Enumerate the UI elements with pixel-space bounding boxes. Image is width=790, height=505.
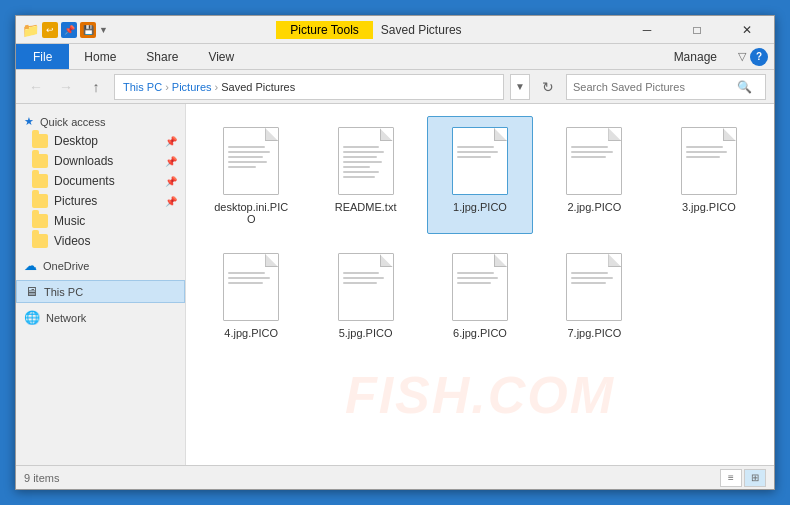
file-item[interactable]: 3.jpg.PICO	[656, 116, 762, 234]
file-item-selected[interactable]: 1.jpg.PICO	[427, 116, 533, 234]
path-chevron-2: ›	[215, 81, 219, 93]
sidebar-item-pictures[interactable]: Pictures 📌	[16, 191, 185, 211]
pin-downloads-icon: 📌	[165, 156, 177, 167]
sidebar-onedrive-item[interactable]: ☁ OneDrive	[16, 255, 185, 276]
file-line	[228, 282, 263, 284]
file-line	[228, 156, 263, 158]
search-input[interactable]	[573, 81, 733, 93]
view-list-button[interactable]: ≡	[720, 469, 742, 487]
sidebar-quick-access-header: ★ Quick access	[16, 112, 185, 131]
view-icons-button[interactable]: ⊞	[744, 469, 766, 487]
folder-icon-music	[32, 214, 48, 228]
file-line	[457, 282, 492, 284]
sidebar-thispc-section: 🖥 This PC	[16, 280, 185, 303]
file-line	[571, 277, 612, 279]
help-button[interactable]: ?	[750, 48, 768, 66]
file-line	[228, 166, 256, 168]
sidebar-network-item[interactable]: 🌐 Network	[16, 307, 185, 328]
file-item[interactable]: 2.jpg.PICO	[541, 116, 647, 234]
sidebar-item-desktop[interactable]: Desktop 📌	[16, 131, 185, 151]
pin-icon[interactable]: 📌	[61, 22, 77, 38]
search-box[interactable]: 🔍	[566, 74, 766, 100]
file-line	[571, 151, 612, 153]
file-page	[338, 127, 394, 195]
sidebar-thispc-item[interactable]: 🖥 This PC	[16, 280, 185, 303]
thispc-icon: 🖥	[25, 284, 38, 299]
ribbon-expand-area: ▽ ?	[732, 44, 774, 69]
sidebar-onedrive-section: ☁ OneDrive	[16, 255, 185, 276]
sidebar-network-section: 🌐 Network	[16, 307, 185, 328]
explorer-window: 📁 ↩ 📌 💾 ▼ Picture Tools Saved Pictures ─…	[15, 15, 775, 490]
forward-button[interactable]: →	[54, 75, 78, 99]
pin-documents-icon: 📌	[165, 176, 177, 187]
file-icon	[334, 125, 398, 197]
address-dropdown[interactable]: ▼	[510, 74, 530, 100]
path-pictures[interactable]: Pictures	[172, 81, 212, 93]
file-line	[228, 272, 265, 274]
file-item[interactable]: 6.jpg.PICO	[427, 242, 533, 348]
file-line	[228, 161, 267, 163]
file-icon	[219, 251, 283, 323]
picture-tools-tab[interactable]: Picture Tools	[276, 21, 372, 39]
close-button[interactable]: ✕	[724, 14, 770, 46]
file-line	[343, 146, 380, 148]
file-lines	[457, 272, 503, 284]
folder-icon-downloads	[32, 154, 48, 168]
file-page	[566, 253, 622, 321]
file-item[interactable]: README.txt	[312, 116, 418, 234]
file-lines	[457, 146, 503, 158]
save-icon[interactable]: 💾	[80, 22, 96, 38]
sidebar-item-downloads[interactable]: Downloads 📌	[16, 151, 185, 171]
view-buttons: ≡ ⊞	[720, 469, 766, 487]
sidebar-item-documents[interactable]: Documents 📌	[16, 171, 185, 191]
file-line	[686, 146, 723, 148]
address-path[interactable]: This PC › Pictures › Saved Pictures	[114, 74, 504, 100]
file-label: 5.jpg.PICO	[339, 327, 393, 339]
file-item[interactable]: 4.jpg.PICO	[198, 242, 304, 348]
maximize-button[interactable]: □	[674, 14, 720, 46]
undo-icon[interactable]: ↩	[42, 22, 58, 38]
file-line	[457, 272, 494, 274]
sidebar: ★ Quick access Desktop 📌 Downloads 📌 Doc…	[16, 104, 186, 465]
up-button[interactable]: ↑	[84, 75, 108, 99]
file-line	[457, 156, 492, 158]
file-line	[686, 151, 727, 153]
tab-home[interactable]: Home	[69, 44, 131, 69]
file-line	[343, 161, 382, 163]
tab-manage[interactable]: Manage	[659, 44, 732, 69]
file-page	[223, 253, 279, 321]
minimize-button[interactable]: ─	[624, 14, 670, 46]
onedrive-icon: ☁	[24, 258, 37, 273]
file-line	[571, 282, 606, 284]
refresh-button[interactable]: ↻	[536, 75, 560, 99]
search-icon[interactable]: 🔍	[737, 80, 752, 94]
file-page	[452, 127, 508, 195]
file-page	[452, 253, 508, 321]
sidebar-item-music[interactable]: Music	[16, 211, 185, 231]
tab-file[interactable]: File	[16, 44, 69, 69]
files-grid: desktop.ini.PICO	[198, 116, 762, 348]
tab-share[interactable]: Share	[131, 44, 193, 69]
file-label: 6.jpg.PICO	[453, 327, 507, 339]
window-controls: ─ □ ✕	[624, 14, 774, 46]
file-line	[571, 146, 608, 148]
file-item[interactable]: 7.jpg.PICO	[541, 242, 647, 348]
file-item[interactable]: desktop.ini.PICO	[198, 116, 304, 234]
sidebar-quick-access-section: ★ Quick access Desktop 📌 Downloads 📌 Doc…	[16, 112, 185, 251]
tab-view[interactable]: View	[193, 44, 249, 69]
file-lines	[571, 272, 617, 284]
back-button[interactable]: ←	[24, 75, 48, 99]
file-line	[343, 272, 380, 274]
file-lines	[686, 146, 732, 158]
path-thispc[interactable]: This PC	[123, 81, 162, 93]
folder-icon-pictures	[32, 194, 48, 208]
file-line	[457, 277, 498, 279]
file-line	[343, 156, 378, 158]
address-bar: ← → ↑ This PC › Pictures › Saved Picture…	[16, 70, 774, 104]
main-content: ★ Quick access Desktop 📌 Downloads 📌 Doc…	[16, 104, 774, 465]
expand-ribbon-icon[interactable]: ▽	[738, 50, 746, 63]
title-ribbon-bar: 📁 ↩ 📌 💾 ▼ Picture Tools Saved Pictures ─…	[16, 16, 774, 44]
dropdown-arrow[interactable]: ▼	[99, 25, 108, 35]
sidebar-item-videos[interactable]: Videos	[16, 231, 185, 251]
file-item[interactable]: 5.jpg.PICO	[312, 242, 418, 348]
